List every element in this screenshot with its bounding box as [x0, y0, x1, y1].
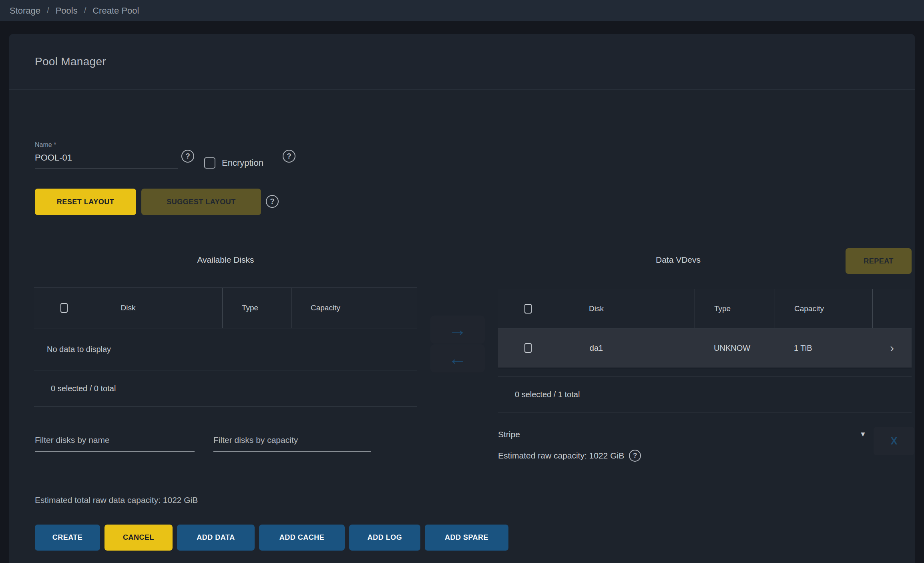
breadcrumb-pools[interactable]: Pools: [56, 6, 78, 16]
available-table-header: Disk Type Capacity: [34, 288, 417, 328]
available-empty-row: No data to display: [34, 328, 417, 370]
encryption-label: Encryption: [222, 157, 263, 169]
vdev-layout-select[interactable]: Stripe: [498, 430, 520, 439]
add-data-button[interactable]: ADD DATA: [177, 525, 255, 551]
breadcrumb-storage[interactable]: Storage: [10, 6, 40, 16]
arrow-left-icon: ←: [448, 348, 467, 369]
layout-help-icon[interactable]: ?: [266, 195, 279, 208]
available-header-capacity: Capacity: [291, 288, 377, 328]
capacity-help-icon[interactable]: ?: [629, 450, 641, 462]
name-help-icon[interactable]: ?: [181, 150, 194, 163]
vdev-cell-expand[interactable]: ›: [872, 328, 912, 368]
move-to-available-button[interactable]: ←: [430, 344, 485, 372]
pool-manager-card: Pool Manager Name * ? Encryption ? RESET…: [9, 34, 915, 563]
vdev-header-type: Type: [695, 289, 775, 328]
available-disks-table: Disk Type Capacity No data to display 0 …: [34, 288, 417, 407]
action-buttons: CREATE CANCEL ADD DATA ADD CACHE ADD LOG…: [35, 525, 508, 551]
disk-name: da1: [590, 344, 603, 353]
breadcrumb: Storage / Pools / Create Pool: [0, 0, 924, 21]
vdev-header-capacity: Capacity: [775, 289, 872, 328]
vdev-header-disk: Disk: [498, 289, 695, 328]
reset-layout-button[interactable]: RESET LAYOUT: [35, 189, 136, 215]
available-table-footer: 0 selected / 0 total: [34, 370, 417, 407]
chevron-right-icon: ›: [890, 342, 894, 354]
available-disks-title: Available Disks: [34, 255, 417, 265]
vdev-select-all-checkbox[interactable]: [524, 304, 532, 314]
add-cache-button[interactable]: ADD CACHE: [259, 525, 345, 551]
vdev-table-footer: 0 selected / 1 total: [498, 376, 912, 412]
table-row[interactable]: da1 UNKNOW 1 TiB ›: [498, 328, 912, 368]
caret-down-icon[interactable]: ▼: [860, 430, 866, 438]
vdev-header-spacer: [872, 289, 912, 328]
available-header-type: Type: [222, 288, 291, 328]
row-checkbox[interactable]: [524, 343, 532, 353]
name-field-label: Name *: [35, 141, 56, 149]
repeat-button[interactable]: REPEAT: [846, 248, 912, 274]
filter-disks-by-capacity-input[interactable]: [213, 435, 371, 452]
create-button[interactable]: CREATE: [35, 525, 100, 551]
column-label-disk: Disk: [589, 304, 604, 313]
encryption-checkbox[interactable]: [204, 157, 215, 169]
encryption-help-icon[interactable]: ?: [283, 150, 295, 163]
vdev-cell-capacity: 1 TiB: [775, 328, 872, 368]
vdev-cell-type: UNKNOW: [695, 328, 775, 368]
remove-vdev-button[interactable]: X: [874, 427, 914, 455]
available-header-spacer: [377, 288, 417, 328]
filter-disks-by-name-input[interactable]: [35, 435, 195, 452]
vdev-cell-disk: da1: [498, 328, 695, 368]
suggest-layout-button[interactable]: SUGGEST LAYOUT: [141, 189, 261, 215]
breadcrumb-separator: /: [84, 6, 86, 15]
available-select-all-checkbox[interactable]: [60, 303, 68, 313]
estimated-raw-capacity-text: Estimated raw capacity: 1022 GiB: [498, 451, 624, 460]
card-header: Pool Manager: [9, 34, 915, 90]
data-vdevs-table: Disk Type Capacity da1 UNKNOW 1 TiB › 0 …: [498, 289, 912, 412]
add-log-button[interactable]: ADD LOG: [349, 525, 420, 551]
breadcrumb-separator: /: [47, 6, 49, 15]
data-vdevs-title: Data VDevs: [498, 255, 858, 265]
vdev-table-header: Disk Type Capacity: [498, 289, 912, 328]
cancel-button[interactable]: CANCEL: [104, 525, 173, 551]
move-to-vdev-button[interactable]: →: [430, 316, 485, 344]
breadcrumb-current: Create Pool: [92, 6, 139, 16]
estimated-raw-capacity: Estimated raw capacity: 1022 GiB ?: [498, 450, 641, 462]
column-label-disk: Disk: [121, 304, 136, 312]
pool-name-input[interactable]: [35, 153, 178, 169]
add-spare-button[interactable]: ADD SPARE: [425, 525, 508, 551]
available-header-disk: Disk: [34, 288, 222, 328]
page-title: Pool Manager: [35, 55, 106, 68]
arrow-right-icon: →: [448, 319, 467, 340]
estimated-total-capacity: Estimated total raw data capacity: 1022 …: [35, 495, 198, 505]
